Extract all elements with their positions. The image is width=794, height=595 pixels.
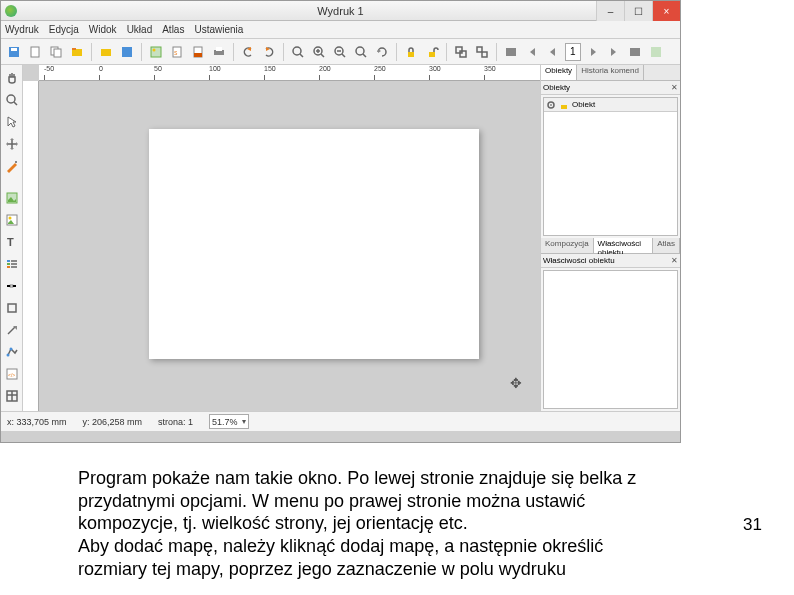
svg-rect-29 [429, 52, 435, 57]
svg-point-26 [356, 47, 364, 55]
zoom-value: 51.7% [212, 417, 238, 427]
svg-rect-64 [561, 105, 567, 109]
save-template-button[interactable] [118, 43, 136, 61]
first-page-button[interactable] [523, 43, 541, 61]
save-button[interactable] [5, 43, 23, 61]
canvas[interactable]: ✥ [39, 81, 540, 411]
svg-rect-33 [482, 52, 487, 57]
add-map-button[interactable] [3, 189, 21, 207]
page[interactable] [149, 129, 479, 359]
add-arrow-button[interactable] [3, 321, 21, 339]
lock-button[interactable] [402, 43, 420, 61]
caption-line: kompozycje, tj. wielkość strony, jej ori… [78, 512, 648, 535]
duplicate-button[interactable] [47, 43, 65, 61]
add-label-button[interactable]: T [3, 233, 21, 251]
select-tool-button[interactable] [3, 113, 21, 131]
panel-close-icon[interactable]: ✕ [671, 83, 678, 92]
menu-atlas[interactable]: Atlas [162, 24, 184, 35]
refresh-button[interactable] [373, 43, 391, 61]
separator [396, 43, 397, 61]
ruler-tick: 300 [429, 65, 441, 72]
svg-rect-53 [8, 304, 16, 312]
redo-button[interactable] [260, 43, 278, 61]
menu-wydruk[interactable]: Wydruk [5, 24, 39, 35]
add-scalebar-button[interactable] [3, 277, 21, 295]
zoom-actual-button[interactable] [352, 43, 370, 61]
lock-icon [559, 100, 569, 110]
menu-uklad[interactable]: Układ [127, 24, 153, 35]
svg-point-56 [9, 348, 12, 351]
group-button[interactable] [452, 43, 470, 61]
export-svg-button[interactable]: S [168, 43, 186, 61]
tab-historia[interactable]: Historia komend [577, 65, 644, 80]
page-spinner[interactable]: 1 [565, 43, 581, 61]
move-content-button[interactable] [3, 135, 21, 153]
maximize-button[interactable]: ☐ [624, 1, 652, 21]
edit-nodes-button[interactable] [3, 157, 21, 175]
close-button[interactable]: × [652, 1, 680, 21]
panel-close-icon[interactable]: ✕ [671, 256, 678, 265]
svg-rect-52 [13, 285, 16, 287]
atlas-settings-button[interactable] [647, 43, 665, 61]
prev-page-button[interactable] [544, 43, 562, 61]
qgis-logo-icon [5, 5, 17, 17]
add-html-button[interactable]: </> [3, 365, 21, 383]
ungroup-button[interactable] [473, 43, 491, 61]
svg-rect-36 [651, 47, 661, 57]
tab-kompozycja[interactable]: Kompozycja [541, 238, 594, 253]
right-panels: Obiekty Historia komend Obiekty ✕ Obiekt… [540, 65, 680, 411]
svg-rect-44 [7, 260, 10, 262]
svg-rect-14 [194, 53, 202, 57]
last-page-button[interactable] [605, 43, 623, 61]
add-shape-button[interactable] [3, 299, 21, 317]
vertical-ruler [23, 81, 39, 411]
undo-button[interactable] [239, 43, 257, 61]
items-panel: Obiekt [543, 97, 678, 236]
tab-obiekty[interactable]: Obiekty [541, 65, 577, 80]
tab-wlasciwosci[interactable]: Właściwości obiektu [594, 238, 654, 253]
pan-button[interactable] [3, 69, 21, 87]
ruler-tick: 250 [374, 65, 386, 72]
add-image-button[interactable] [3, 211, 21, 229]
ruler-tick: 0 [99, 65, 103, 72]
zoom-out-button[interactable] [331, 43, 349, 61]
ruler-tick: 50 [154, 65, 162, 72]
zoom-in-button[interactable] [310, 43, 328, 61]
load-template-button[interactable] [97, 43, 115, 61]
zoom-tool-button[interactable] [3, 91, 21, 109]
menu-ustawienia[interactable]: Ustawienia [194, 24, 243, 35]
svg-rect-46 [7, 266, 10, 268]
separator [91, 43, 92, 61]
panel-header-wlasciwosci: Właściwości obiektu ✕ [541, 254, 680, 268]
zoom-full-button[interactable] [289, 43, 307, 61]
menu-edycja[interactable]: Edycja [49, 24, 79, 35]
svg-rect-35 [630, 48, 640, 56]
titlebar: Wydruk 1 – ☐ × [1, 1, 680, 21]
unlock-button[interactable] [423, 43, 441, 61]
add-nodes-button[interactable] [3, 343, 21, 361]
tab-atlas[interactable]: Atlas [653, 238, 680, 253]
print-button[interactable] [210, 43, 228, 61]
ruler-tick: -50 [44, 65, 54, 72]
eye-icon [546, 100, 556, 110]
svg-point-63 [550, 104, 552, 106]
minimize-button[interactable]: – [596, 1, 624, 21]
window-title: Wydruk 1 [317, 5, 363, 17]
atlas-export-button[interactable] [626, 43, 644, 61]
svg-text:T: T [7, 236, 14, 248]
move-cursor-icon: ✥ [510, 375, 522, 391]
ruler-tick: 100 [209, 65, 221, 72]
menu-widok[interactable]: Widok [89, 24, 117, 35]
separator [446, 43, 447, 61]
zoom-combo[interactable]: 51.7% [209, 414, 249, 429]
export-image-button[interactable] [147, 43, 165, 61]
add-legend-button[interactable] [3, 255, 21, 273]
svg-rect-4 [54, 49, 61, 57]
next-page-button[interactable] [584, 43, 602, 61]
add-table-button[interactable] [3, 387, 21, 405]
export-pdf-button[interactable] [189, 43, 207, 61]
manager-button[interactable] [68, 43, 86, 61]
canvas-column: -50 0 50 100 150 200 250 300 350 ✥ [23, 65, 540, 411]
new-composer-button[interactable] [26, 43, 44, 61]
atlas-preview-button[interactable] [502, 43, 520, 61]
